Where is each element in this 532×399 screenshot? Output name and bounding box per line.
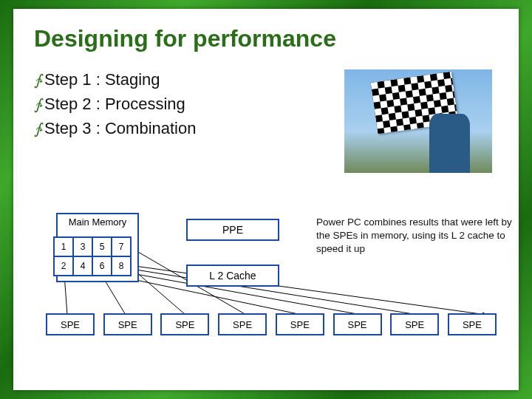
step-text: Step 2 : Processing bbox=[44, 92, 185, 116]
mem-cell: 8 bbox=[111, 256, 132, 276]
mem-cell: 3 bbox=[72, 236, 93, 257]
spe-label: SPE bbox=[405, 319, 424, 330]
spe-label: SPE bbox=[175, 319, 194, 330]
spe-label: SPE bbox=[118, 319, 137, 330]
mem-cell: 1 bbox=[53, 236, 74, 257]
spe-box: SPE bbox=[448, 313, 497, 335]
main-memory-box: Main Memory 1 3 5 7 2 4 6 8 bbox=[56, 213, 139, 282]
spe-box: SPE bbox=[46, 313, 95, 335]
spe-box: SPE bbox=[276, 313, 324, 335]
spe-box: SPE bbox=[218, 313, 267, 335]
connector-lines bbox=[13, 9, 531, 393]
spe-label: SPE bbox=[463, 319, 482, 330]
spe-box: SPE bbox=[103, 313, 152, 335]
bullet-icon: ∱ bbox=[34, 117, 41, 140]
content-panel: Designing for performance ∱ Step 1 : Sta… bbox=[13, 9, 519, 390]
bullet-icon: ∱ bbox=[34, 69, 41, 91]
spe-row: SPE SPE SPE SPE SPE SPE SPE SPE bbox=[46, 313, 497, 335]
ppe-box: PPE bbox=[186, 219, 279, 241]
spe-label: SPE bbox=[233, 319, 252, 330]
svg-line-7 bbox=[124, 265, 486, 315]
mem-cell: 6 bbox=[92, 256, 112, 276]
spe-box: SPE bbox=[160, 313, 209, 335]
main-memory-label: Main Memory bbox=[58, 214, 137, 235]
hero-image bbox=[344, 69, 492, 173]
spe-label: SPE bbox=[61, 319, 80, 330]
person-icon bbox=[429, 114, 470, 173]
slide-title: Designing for performance bbox=[34, 25, 498, 52]
step-text: Step 1 : Staging bbox=[44, 67, 160, 92]
memory-grid: 1 3 5 7 2 4 6 8 bbox=[53, 236, 142, 275]
mem-cell: 5 bbox=[92, 236, 112, 257]
step-text: Step 3 : Combination bbox=[44, 116, 196, 140]
l2-label: L 2 Cache bbox=[209, 270, 256, 282]
ppe-label: PPE bbox=[222, 224, 243, 236]
mem-cell: 7 bbox=[111, 236, 132, 257]
l2-cache-box: L 2 Cache bbox=[186, 265, 279, 287]
description-text: Power PC combines results that were left… bbox=[316, 216, 512, 256]
spe-label: SPE bbox=[290, 319, 310, 330]
mem-cell: 4 bbox=[72, 256, 93, 276]
spe-label: SPE bbox=[348, 319, 367, 330]
slide: Designing for performance ∱ Step 1 : Sta… bbox=[0, 0, 532, 399]
spe-box: SPE bbox=[333, 313, 382, 335]
bullet-icon: ∱ bbox=[34, 93, 41, 115]
mem-cell: 2 bbox=[53, 256, 74, 276]
spe-box: SPE bbox=[390, 313, 439, 335]
